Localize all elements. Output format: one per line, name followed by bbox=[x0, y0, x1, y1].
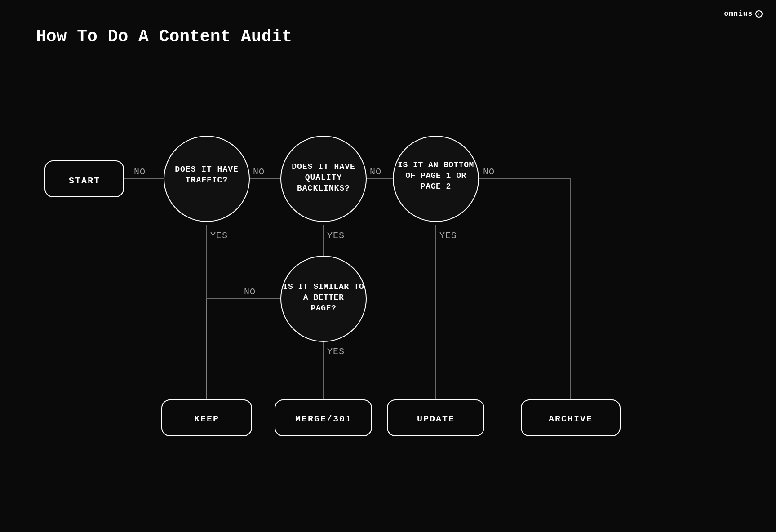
svg-text:OF PAGE 1 OR: OF PAGE 1 OR bbox=[405, 171, 466, 180]
svg-text:NO: NO bbox=[483, 167, 495, 177]
brand-icon: ✳ bbox=[755, 10, 763, 18]
svg-text:KEEP: KEEP bbox=[194, 414, 219, 424]
svg-text:PAGE 2: PAGE 2 bbox=[421, 182, 451, 191]
svg-text:IS IT AN BOTTOM: IS IT AN BOTTOM bbox=[398, 160, 474, 169]
svg-text:YES: YES bbox=[210, 231, 228, 241]
svg-text:NO: NO bbox=[244, 287, 256, 297]
svg-text:A BETTER: A BETTER bbox=[303, 293, 344, 302]
brand-name: omnius bbox=[724, 10, 753, 18]
svg-text:YES: YES bbox=[327, 231, 345, 241]
flowchart: NO NO NO NO YES YES YES NO YES START DOE… bbox=[0, 58, 776, 530]
svg-text:BACKLINKS?: BACKLINKS? bbox=[297, 184, 350, 193]
svg-text:PAGE?: PAGE? bbox=[311, 304, 337, 313]
svg-text:START: START bbox=[69, 176, 100, 186]
svg-text:YES: YES bbox=[439, 231, 457, 241]
brand-logo: omnius ✳ bbox=[724, 10, 763, 18]
page-title: How To Do A Content Audit bbox=[36, 27, 292, 46]
svg-text:ARCHIVE: ARCHIVE bbox=[549, 414, 593, 424]
svg-text:IS IT SIMILAR TO: IS IT SIMILAR TO bbox=[283, 282, 364, 291]
svg-text:MERGE/301: MERGE/301 bbox=[295, 414, 352, 424]
svg-text:QUALITY: QUALITY bbox=[305, 173, 342, 182]
svg-text:YES: YES bbox=[327, 346, 345, 357]
svg-text:NO: NO bbox=[134, 167, 146, 177]
svg-text:UPDATE: UPDATE bbox=[417, 414, 455, 424]
svg-text:NO: NO bbox=[253, 167, 265, 177]
svg-text:TRAFFIC?: TRAFFIC? bbox=[186, 176, 228, 185]
svg-text:DOES IT HAVE: DOES IT HAVE bbox=[175, 165, 239, 174]
svg-text:NO: NO bbox=[370, 167, 381, 177]
svg-text:DOES IT HAVE: DOES IT HAVE bbox=[292, 162, 355, 171]
